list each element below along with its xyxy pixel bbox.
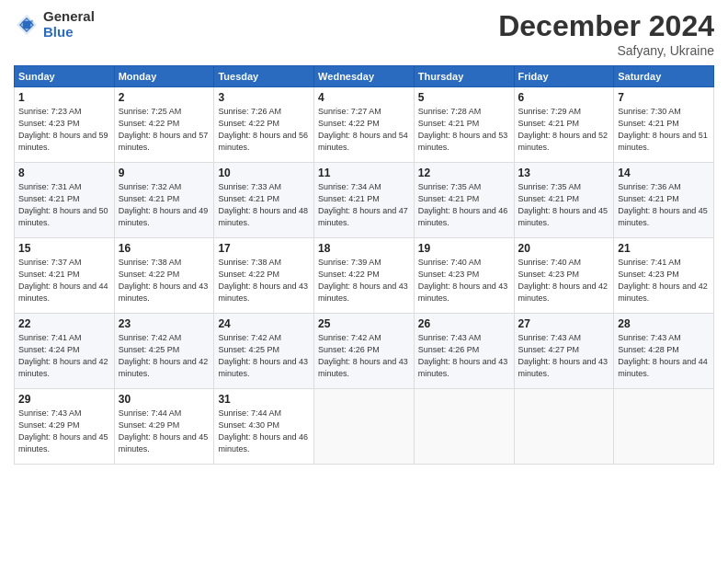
day-info: Sunrise: 7:35 AMSunset: 4:21 PMDaylight:… xyxy=(418,181,510,229)
day-info: Sunrise: 7:33 AMSunset: 4:21 PMDaylight:… xyxy=(218,181,310,229)
day-info: Sunrise: 7:38 AMSunset: 4:22 PMDaylight:… xyxy=(119,257,210,304)
day-number: 20 xyxy=(518,242,610,255)
day-number: 16 xyxy=(119,242,210,255)
weekday-header-wednesday: Wednesday xyxy=(314,66,415,87)
calendar-cell: 9 Sunrise: 7:32 AMSunset: 4:21 PMDayligh… xyxy=(114,163,214,238)
day-number: 28 xyxy=(618,317,710,330)
day-info: Sunrise: 7:43 AMSunset: 4:29 PMDaylight:… xyxy=(18,408,110,455)
day-info: Sunrise: 7:40 AMSunset: 4:23 PMDaylight:… xyxy=(418,257,510,304)
calendar-cell: 25 Sunrise: 7:42 AMSunset: 4:26 PMDaylig… xyxy=(314,314,415,389)
day-number: 17 xyxy=(218,242,310,255)
day-info: Sunrise: 7:44 AMSunset: 4:30 PMDaylight:… xyxy=(218,408,310,455)
calendar-cell: 15 Sunrise: 7:37 AMSunset: 4:21 PMDaylig… xyxy=(15,238,115,314)
location: Safyany, Ukraine xyxy=(498,43,714,58)
logo-general: General xyxy=(43,9,95,25)
day-number: 29 xyxy=(18,393,110,406)
calendar-cell: 11 Sunrise: 7:34 AMSunset: 4:21 PMDaylig… xyxy=(314,163,415,238)
day-number: 30 xyxy=(119,393,210,406)
calendar-week-row: 8 Sunrise: 7:31 AMSunset: 4:21 PMDayligh… xyxy=(15,163,714,238)
day-number: 26 xyxy=(418,317,510,330)
day-info: Sunrise: 7:40 AMSunset: 4:23 PMDaylight:… xyxy=(518,257,610,304)
calendar-table: SundayMondayTuesdayWednesdayThursdayFrid… xyxy=(14,65,714,465)
logo: General Blue xyxy=(14,9,95,40)
calendar-cell: 29 Sunrise: 7:43 AMSunset: 4:29 PMDaylig… xyxy=(15,389,115,465)
day-number: 7 xyxy=(618,91,710,104)
calendar-cell xyxy=(414,389,514,465)
weekday-header-tuesday: Tuesday xyxy=(214,66,314,87)
calendar-cell: 5 Sunrise: 7:28 AMSunset: 4:21 PMDayligh… xyxy=(414,87,514,163)
day-number: 18 xyxy=(318,242,410,255)
calendar-cell: 2 Sunrise: 7:25 AMSunset: 4:22 PMDayligh… xyxy=(114,87,214,163)
day-info: Sunrise: 7:43 AMSunset: 4:28 PMDaylight:… xyxy=(618,332,710,380)
calendar-cell: 8 Sunrise: 7:31 AMSunset: 4:21 PMDayligh… xyxy=(15,163,115,238)
day-info: Sunrise: 7:34 AMSunset: 4:21 PMDaylight:… xyxy=(318,181,410,229)
calendar-week-row: 1 Sunrise: 7:23 AMSunset: 4:23 PMDayligh… xyxy=(15,87,714,163)
day-number: 15 xyxy=(18,242,110,255)
calendar-cell: 7 Sunrise: 7:30 AMSunset: 4:21 PMDayligh… xyxy=(614,87,714,163)
day-info: Sunrise: 7:25 AMSunset: 4:22 PMDaylight:… xyxy=(119,106,210,154)
calendar-cell: 1 Sunrise: 7:23 AMSunset: 4:23 PMDayligh… xyxy=(15,87,115,163)
day-number: 4 xyxy=(318,91,410,104)
header: General Blue December 2024 Safyany, Ukra… xyxy=(14,9,714,58)
calendar-cell: 19 Sunrise: 7:40 AMSunset: 4:23 PMDaylig… xyxy=(414,238,514,314)
day-info: Sunrise: 7:31 AMSunset: 4:21 PMDaylight:… xyxy=(18,181,110,229)
day-info: Sunrise: 7:42 AMSunset: 4:25 PMDaylight:… xyxy=(218,332,310,380)
day-info: Sunrise: 7:39 AMSunset: 4:22 PMDaylight:… xyxy=(318,257,410,304)
calendar-cell: 21 Sunrise: 7:41 AMSunset: 4:23 PMDaylig… xyxy=(614,238,714,314)
calendar-cell: 31 Sunrise: 7:44 AMSunset: 4:30 PMDaylig… xyxy=(214,389,314,465)
day-info: Sunrise: 7:41 AMSunset: 4:23 PMDaylight:… xyxy=(618,257,710,304)
calendar-cell: 30 Sunrise: 7:44 AMSunset: 4:29 PMDaylig… xyxy=(114,389,214,465)
calendar-week-row: 22 Sunrise: 7:41 AMSunset: 4:24 PMDaylig… xyxy=(15,314,714,389)
calendar-cell xyxy=(314,389,415,465)
day-number: 23 xyxy=(119,317,210,330)
calendar-week-row: 29 Sunrise: 7:43 AMSunset: 4:29 PMDaylig… xyxy=(15,389,714,465)
weekday-header-monday: Monday xyxy=(114,66,214,87)
day-number: 19 xyxy=(418,242,510,255)
day-info: Sunrise: 7:43 AMSunset: 4:26 PMDaylight:… xyxy=(418,332,510,380)
day-number: 12 xyxy=(418,167,510,179)
calendar-cell: 6 Sunrise: 7:29 AMSunset: 4:21 PMDayligh… xyxy=(514,87,614,163)
calendar-cell: 14 Sunrise: 7:36 AMSunset: 4:21 PMDaylig… xyxy=(614,163,714,238)
day-info: Sunrise: 7:42 AMSunset: 4:26 PMDaylight:… xyxy=(318,332,410,380)
calendar-cell: 17 Sunrise: 7:38 AMSunset: 4:22 PMDaylig… xyxy=(214,238,314,314)
day-number: 3 xyxy=(218,91,310,104)
day-number: 6 xyxy=(518,91,610,104)
logo-icon xyxy=(14,12,40,38)
calendar-body: 1 Sunrise: 7:23 AMSunset: 4:23 PMDayligh… xyxy=(15,87,714,465)
day-info: Sunrise: 7:37 AMSunset: 4:21 PMDaylight:… xyxy=(18,257,110,304)
day-info: Sunrise: 7:42 AMSunset: 4:25 PMDaylight:… xyxy=(119,332,210,380)
calendar-cell: 26 Sunrise: 7:43 AMSunset: 4:26 PMDaylig… xyxy=(414,314,514,389)
weekday-header-saturday: Saturday xyxy=(614,66,714,87)
calendar-cell: 27 Sunrise: 7:43 AMSunset: 4:27 PMDaylig… xyxy=(514,314,614,389)
calendar-cell: 18 Sunrise: 7:39 AMSunset: 4:22 PMDaylig… xyxy=(314,238,415,314)
calendar-cell: 23 Sunrise: 7:42 AMSunset: 4:25 PMDaylig… xyxy=(114,314,214,389)
day-number: 10 xyxy=(218,167,310,179)
day-number: 5 xyxy=(418,91,510,104)
calendar-cell: 12 Sunrise: 7:35 AMSunset: 4:21 PMDaylig… xyxy=(414,163,514,238)
day-number: 14 xyxy=(618,167,710,179)
calendar-cell: 13 Sunrise: 7:35 AMSunset: 4:21 PMDaylig… xyxy=(514,163,614,238)
calendar-cell: 16 Sunrise: 7:38 AMSunset: 4:22 PMDaylig… xyxy=(114,238,214,314)
weekday-header-row: SundayMondayTuesdayWednesdayThursdayFrid… xyxy=(15,66,714,87)
logo-blue: Blue xyxy=(43,25,95,40)
calendar-cell xyxy=(514,389,614,465)
page-container: General Blue December 2024 Safyany, Ukra… xyxy=(0,0,728,474)
day-info: Sunrise: 7:38 AMSunset: 4:22 PMDaylight:… xyxy=(218,257,310,304)
logo-text: General Blue xyxy=(43,9,95,40)
day-info: Sunrise: 7:23 AMSunset: 4:23 PMDaylight:… xyxy=(18,106,110,154)
day-info: Sunrise: 7:36 AMSunset: 4:21 PMDaylight:… xyxy=(618,181,710,229)
calendar-cell: 3 Sunrise: 7:26 AMSunset: 4:22 PMDayligh… xyxy=(214,87,314,163)
day-info: Sunrise: 7:44 AMSunset: 4:29 PMDaylight:… xyxy=(119,408,210,455)
weekday-header-thursday: Thursday xyxy=(414,66,514,87)
calendar-cell: 10 Sunrise: 7:33 AMSunset: 4:21 PMDaylig… xyxy=(214,163,314,238)
day-info: Sunrise: 7:41 AMSunset: 4:24 PMDaylight:… xyxy=(18,332,110,380)
day-number: 13 xyxy=(518,167,610,179)
day-number: 1 xyxy=(18,91,110,104)
day-number: 24 xyxy=(218,317,310,330)
day-info: Sunrise: 7:32 AMSunset: 4:21 PMDaylight:… xyxy=(119,181,210,229)
weekday-header-friday: Friday xyxy=(514,66,614,87)
weekday-header-sunday: Sunday xyxy=(15,66,115,87)
day-number: 21 xyxy=(618,242,710,255)
day-info: Sunrise: 7:27 AMSunset: 4:22 PMDaylight:… xyxy=(318,106,410,154)
calendar-cell: 28 Sunrise: 7:43 AMSunset: 4:28 PMDaylig… xyxy=(614,314,714,389)
